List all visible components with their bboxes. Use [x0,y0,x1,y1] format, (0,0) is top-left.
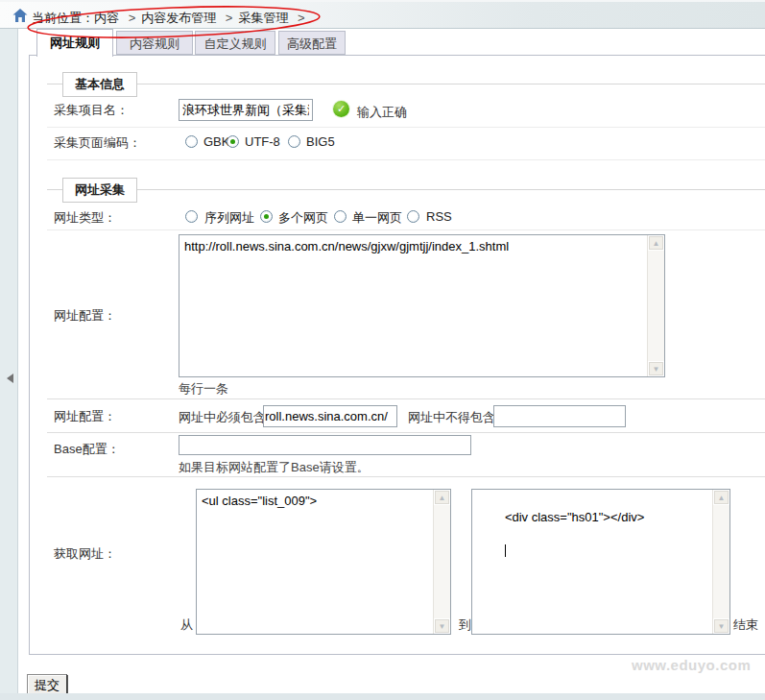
radio-encoding-gbk[interactable] [185,135,198,148]
field-label-fetch-url: 获取网址： [54,545,116,563]
radio-encoding-utf8[interactable] [227,135,239,148]
fetch-from-textarea[interactable]: <ul class="list_009"> ▲ ▼ [196,489,451,635]
breadcrumb-separator: > [226,11,233,25]
must-not-contain-label: 网址中不得包含 [408,409,495,426]
tab-advanced-config[interactable]: 高级配置 [278,31,346,55]
must-not-contain-input[interactable] [493,405,626,427]
row-divider [47,159,765,160]
down-arrow-icon: ▼ [718,622,726,631]
radio-label-sequence[interactable]: 序列网址 [204,209,254,227]
scrollbar-down-button[interactable]: ▼ [434,618,450,634]
tab-custom-rules[interactable]: 自定义规则 [195,31,275,55]
radio-label-multipage[interactable]: 多个网页 [278,209,328,227]
base-config-hint: 如果目标网站配置了Base请设置。 [179,459,370,476]
down-arrow-icon: ▼ [439,622,446,631]
base-config-input[interactable] [179,435,471,455]
row-divider [47,398,765,399]
radio-urltype-singlepage[interactable] [334,210,347,223]
scrollbar-track[interactable]: ▲ ▼ [712,490,729,634]
scrollbar-down-button[interactable]: ▼ [713,618,729,634]
collection-manager-screen: 当前位置：内容 >内容发布管理 >采集管理 > 网址规则 内容规则 自定义规则 … [0,0,765,700]
must-contain-input[interactable] [263,405,397,427]
valid-check-icon: ✓ [333,101,349,117]
radio-urltype-multipage[interactable] [260,210,273,223]
scrollbar-up-button[interactable]: ▲ [713,490,729,505]
section-legend-url-collect: 网址采集 [62,178,137,203]
row-divider [47,127,765,128]
field-label-page-encoding: 采集页面编码： [54,134,141,152]
fetch-to-textarea[interactable]: <div class="hs01"></div> ▲ ▼ [471,489,730,635]
scrollbar-track[interactable]: ▲ ▼ [647,235,664,376]
radio-label-big5[interactable]: BIG5 [306,134,335,149]
content-panel: 基本信息 采集项目名： ✓ 输入正确 采集页面编码： GBK UTF-8 BIG… [29,55,765,655]
scrollbar-up-button[interactable]: ▲ [434,490,450,505]
top-breadcrumb-bar: 当前位置：内容 >内容发布管理 >采集管理 > [0,0,765,29]
up-arrow-icon: ▲ [439,494,446,502]
section-divider [47,84,765,84]
url-list-text: http://roll.news.sina.com.cn/news/gjxw/g… [184,238,645,374]
url-list-textarea[interactable]: http://roll.news.sina.com.cn/news/gjxw/g… [179,234,665,377]
text-caret-icon [505,544,506,557]
fetch-to-text: <div class="hs01"></div> [505,510,644,524]
section-legend-basic-info: 基本信息 [62,72,137,97]
watermark: www.eduyo.com [632,657,751,673]
fetch-from-label: 从 [180,616,193,634]
field-label-url-filter: 网址配置： [54,408,116,425]
breadcrumb-item-publish-mgmt[interactable]: 内容发布管理 [141,11,216,25]
must-contain-label: 网址中必须包含 [179,409,266,426]
fetch-from-text: <ul class="list_009"> [202,493,431,631]
fetch-to-label: 到 [459,616,471,634]
project-name-input[interactable] [179,99,313,121]
field-label-base-config: Base配置： [54,441,120,458]
breadcrumb-separator: > [129,11,136,25]
radio-urltype-sequence[interactable] [185,210,198,223]
row-divider [47,432,765,433]
breadcrumb-separator: > [298,11,305,25]
scrollbar-up-button[interactable]: ▲ [648,235,664,251]
down-arrow-icon: ▼ [653,365,660,374]
breadcrumb-prefix: 当前位置： [32,11,94,25]
tab-content-rules[interactable]: 内容规则 [116,31,193,55]
breadcrumb-item-content[interactable]: 内容 [94,11,119,25]
field-label-url-type: 网址类型： [54,209,116,227]
up-arrow-icon: ▲ [653,239,660,248]
radio-encoding-big5[interactable] [288,135,300,148]
field-label-url-config: 网址配置： [54,307,116,325]
home-icon[interactable] [12,8,28,23]
fetch-end-label: 结束 [733,616,758,634]
sidebar-collapse-strip [0,29,18,700]
row-divider [47,476,765,477]
scrollbar-track[interactable]: ▲ ▼ [433,490,450,634]
radio-label-singlepage[interactable]: 单一网页 [352,209,402,227]
breadcrumb-item-collection-mgmt[interactable]: 采集管理 [238,11,288,25]
radio-label-utf8[interactable]: UTF-8 [245,134,280,149]
up-arrow-icon: ▲ [718,494,726,502]
radio-urltype-rss[interactable] [407,210,419,223]
url-config-hint: 每行一条 [179,380,228,398]
radio-label-rss[interactable]: RSS [426,209,452,224]
breadcrumb: 当前位置：内容 >内容发布管理 >采集管理 > [32,10,311,27]
field-label-project-name: 采集项目名： [54,102,129,119]
row-divider [47,229,765,230]
collapse-sidebar-icon[interactable] [7,374,13,383]
section-divider [47,189,765,190]
scrollbar-down-button[interactable]: ▼ [648,361,664,376]
tab-url-rules[interactable]: 网址规则 [36,29,113,57]
bottom-strip [0,693,765,700]
validation-status-text: 输入正确 [357,104,407,121]
